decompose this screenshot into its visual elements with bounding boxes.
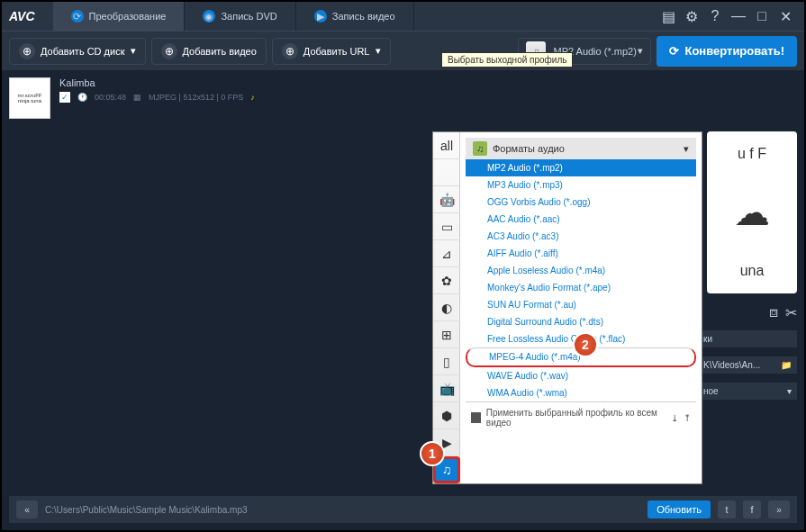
audio-format-icon: ♫	[473, 141, 487, 156]
bottom-bar: « C:\Users\Public\Music\Sample Music\Kal…	[9, 496, 797, 523]
format-item[interactable]: MP2 Audio (*.mp2)	[466, 159, 696, 176]
popup-header: ♫ Форматы аудио ▾	[466, 138, 696, 159]
cd-plus-icon: ⊕	[19, 43, 35, 59]
help-icon[interactable]: ?	[707, 8, 723, 24]
refresh-icon: ⟳	[669, 44, 679, 58]
tab-dvd[interactable]: ◉Запись DVD	[185, 2, 295, 31]
convert-button[interactable]: ⟳Конвертировать!	[657, 36, 797, 67]
cat-android-icon[interactable]: 🤖	[433, 186, 460, 213]
tab-record[interactable]: ▶Запись видео	[296, 2, 414, 31]
popup-header-label: Форматы аудио	[493, 143, 565, 154]
cat-windows-icon[interactable]: ⊞	[433, 321, 460, 348]
cat-sony-icon[interactable]: ▭	[433, 213, 460, 240]
cat-mobile-icon[interactable]: ▯	[433, 348, 460, 375]
import-icon[interactable]: ⤓	[671, 413, 678, 423]
export-icon[interactable]: ⤒	[684, 413, 691, 423]
btn-label: Добавить URL	[303, 46, 370, 57]
tab-label: Запись DVD	[221, 11, 276, 22]
chevron-down-icon[interactable]: ▾	[684, 143, 689, 155]
disc-icon: ◉	[203, 10, 215, 23]
format-item[interactable]: AC3 Audio (*.ac3)	[466, 228, 696, 245]
content-area: mr.scruFF ninja tuna Kalimba ✓ 🕐 00:05:4…	[2, 70, 804, 484]
twitter-icon[interactable]: t	[718, 500, 736, 518]
facebook-icon[interactable]: f	[743, 500, 761, 518]
app-logo: AVC	[9, 9, 35, 23]
close-icon[interactable]: ✕	[777, 8, 793, 24]
video-plus-icon: ⊕	[161, 43, 177, 59]
apply-all-checkbox[interactable]	[471, 412, 481, 423]
cat-console-icon[interactable]: ◐	[433, 294, 460, 321]
profile-tooltip: Выбрать выходной профиль	[441, 52, 573, 68]
preview-pane: u f F ☁ una	[707, 131, 797, 293]
clock-icon: 🕐	[77, 93, 87, 102]
cat-huawei-icon[interactable]: ✿	[433, 267, 460, 294]
popup-footer: Применить выбранный профиль ко всем виде…	[466, 401, 696, 433]
add-url-button[interactable]: ⊕Добавить URL▾	[272, 38, 391, 65]
nav-prev-button[interactable]: «	[16, 500, 38, 518]
btn-label: Добавить CD диск	[41, 46, 125, 57]
btn-label: Добавить видео	[183, 46, 257, 57]
cut-icon[interactable]: ✂	[785, 304, 797, 321]
file-thumbnail: mr.scruFF ninja tuna	[9, 77, 50, 119]
format-item[interactable]: Digital Surround Audio (*.dts)	[466, 313, 696, 330]
menu-icon[interactable]: ▤	[660, 8, 676, 24]
cat-apple-icon[interactable]	[433, 159, 460, 186]
format-list: MP2 Audio (*.mp2) MP3 Audio (*.mp3) OGG …	[466, 159, 696, 401]
format-item[interactable]: Monkey's Audio Format (*.ape)	[466, 279, 696, 296]
gear-icon[interactable]: ⚙	[684, 8, 700, 24]
folder-icon[interactable]: 📁	[781, 360, 792, 370]
format-item[interactable]: WMA Audio (*.wma)	[466, 384, 696, 401]
file-name: Kalimba	[59, 77, 797, 88]
format-item[interactable]: Apple Loseless Audio (*.m4a)	[466, 262, 696, 279]
cloud-icon: ☁	[734, 192, 770, 233]
url-plus-icon: ⊕	[282, 43, 298, 59]
crop-icon[interactable]: ⧈	[769, 304, 778, 321]
side-panel: u f F ☁ una ⧈ ✂ ки K\Videos\An... 📁 ное▾	[698, 131, 797, 400]
tab-label: Запись видео	[332, 11, 395, 22]
update-button[interactable]: Обновить	[648, 500, 711, 518]
cat-playstation-icon[interactable]: ⊿	[433, 240, 460, 267]
nav-next-button[interactable]: »	[768, 500, 790, 518]
output-path-row[interactable]: K\Videos\An... 📁	[698, 356, 797, 374]
note-icon: ♪	[250, 93, 255, 102]
file-checkbox[interactable]: ✓	[59, 92, 70, 103]
toolbar: ⊕Добавить CD диск▾ ⊕Добавить видео ⊕Доба…	[2, 31, 804, 70]
chevron-down-icon[interactable]: ▾	[787, 386, 792, 396]
play-icon: ▶	[314, 10, 327, 23]
add-video-button[interactable]: ⊕Добавить видео	[151, 38, 267, 65]
step-badge-1: 1	[420, 441, 445, 466]
format-item[interactable]: OGG Vorbis Audio (*.ogg)	[466, 194, 696, 211]
maximize-icon[interactable]: □	[754, 8, 770, 24]
format-item[interactable]: AIFF Audio (*.aiff)	[466, 245, 696, 262]
file-duration: 00:05:48	[95, 93, 126, 102]
convert-icon: ⟳	[71, 10, 84, 23]
chevron-down-icon: ▾	[638, 45, 643, 57]
cat-tv-icon[interactable]: 📺	[433, 375, 460, 402]
file-path: C:\Users\Public\Music\Sample Music\Kalim…	[45, 505, 640, 515]
format-item[interactable]: MP3 Audio (*.mp3)	[466, 176, 696, 194]
add-cd-button[interactable]: ⊕Добавить CD диск▾	[9, 38, 146, 65]
step-badge-2: 2	[573, 332, 598, 357]
file-info: Kalimba ✓ 🕐 00:05:48 ▦ MJPEG | 512x512 |…	[59, 77, 797, 103]
format-item[interactable]: WAVE Audio (*.wav)	[466, 367, 696, 384]
side-row: ное▾	[698, 383, 797, 400]
format-item[interactable]: AAC Audio (*.aac)	[466, 211, 696, 228]
btn-label: Конвертировать!	[684, 44, 784, 58]
editor-tools: ⧈ ✂	[698, 304, 797, 321]
cat-all-icon[interactable]: all	[433, 132, 460, 159]
minimize-icon[interactable]: —	[730, 8, 747, 24]
format-item[interactable]: SUN AU Format (*.au)	[466, 296, 696, 313]
format-popup: all 🤖 ▭ ⊿ ✿ ◐ ⊞ ▯ 📺 ⬢ ▶ ♫ ♫ Форматы ауди…	[432, 131, 702, 484]
output-path: K\Videos\An...	[703, 360, 760, 370]
footer-label: Применить выбранный профиль ко всем виде…	[486, 408, 666, 428]
cat-html5-icon[interactable]: ⬢	[433, 402, 460, 429]
side-row-header: ки	[698, 330, 797, 347]
file-list-item[interactable]: mr.scruFF ninja tuna Kalimba ✓ 🕐 00:05:4…	[2, 70, 804, 126]
film-icon: ▦	[133, 93, 141, 102]
format-category-sidebar: all 🤖 ▭ ⊿ ✿ ◐ ⊞ ▯ 📺 ⬢ ▶ ♫	[433, 132, 460, 483]
file-codec: MJPEG | 512x512 | 0 FPS	[149, 93, 243, 102]
tab-convert[interactable]: ⟳Преобразование	[53, 2, 186, 31]
tab-label: Преобразование	[89, 11, 167, 22]
titlebar: AVC ⟳Преобразование ◉Запись DVD ▶Запись …	[2, 2, 804, 31]
